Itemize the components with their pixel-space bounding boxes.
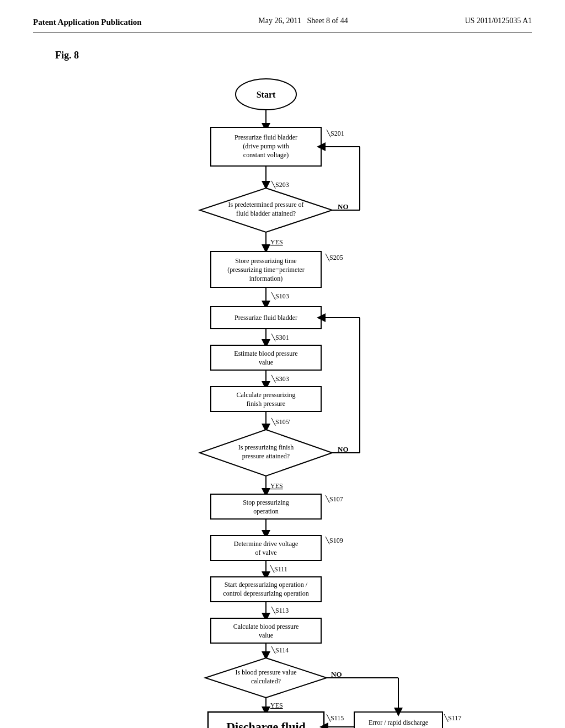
svg-text:operation: operation	[253, 507, 278, 515]
svg-text:YES: YES	[270, 238, 283, 246]
svg-text:╲S109: ╲S109	[325, 536, 343, 544]
svg-text:value: value	[259, 631, 273, 639]
svg-text:Discharge fluid: Discharge fluid	[226, 720, 306, 728]
svg-text:(pressurizing time=perimeter: (pressurizing time=perimeter	[227, 266, 305, 274]
svg-text:Stop pressurizing: Stop pressurizing	[243, 499, 289, 506]
svg-text:Pressurize fluid bladder: Pressurize fluid bladder	[234, 133, 297, 141]
svg-text:NO: NO	[338, 445, 349, 453]
svg-text:constant voltage): constant voltage)	[243, 151, 289, 159]
svg-text:Is blood pressure value: Is blood pressure value	[236, 668, 297, 676]
svg-text:╲S105': ╲S105'	[271, 417, 290, 426]
svg-rect-35	[211, 387, 321, 411]
svg-text:╲S205: ╲S205	[325, 253, 343, 261]
flowchart: Start Pressurize fluid bladder (drive pu…	[95, 72, 470, 681]
svg-text:Calculate pressurizing: Calculate pressurizing	[237, 391, 296, 399]
page: Patent Application Publication May 26, 2…	[0, 0, 565, 728]
svg-rect-49	[211, 494, 321, 519]
svg-text:of valve: of valve	[255, 549, 277, 556]
svg-text:(drive pump with: (drive pump with	[243, 142, 289, 150]
svg-text:Start: Start	[257, 90, 276, 99]
svg-text:Is predetermined pressure of: Is predetermined pressure of	[228, 201, 304, 208]
svg-text:╲S117: ╲S117	[444, 714, 461, 722]
svg-text:╲S115: ╲S115	[326, 714, 344, 722]
svg-text:Error / rapid discharge: Error / rapid discharge	[369, 719, 428, 726]
svg-text:control depressurizing operati: control depressurizing operation	[223, 590, 308, 597]
flowchart-svg: Start Pressurize fluid bladder (drive pu…	[95, 72, 470, 679]
svg-text:NO: NO	[331, 670, 342, 678]
svg-text:Estimate blood pressure: Estimate blood pressure	[234, 350, 297, 357]
svg-text:╲S303: ╲S303	[271, 374, 289, 383]
svg-rect-54	[211, 536, 321, 560]
svg-text:╲S114: ╲S114	[271, 646, 289, 654]
svg-text:NO: NO	[338, 202, 349, 211]
svg-text:╲S203: ╲S203	[271, 180, 289, 189]
publication-date: May 26, 2011 Sheet 8 of 44	[258, 17, 348, 25]
figure-label: Fig. 8	[55, 50, 532, 61]
svg-text:YES: YES	[270, 702, 283, 709]
svg-text:Store pressurizing time: Store pressurizing time	[235, 257, 296, 265]
patent-number: US 2011/0125035 A1	[465, 17, 532, 25]
svg-text:information): information)	[249, 275, 283, 282]
svg-rect-30	[211, 345, 321, 370]
svg-text:╲S103: ╲S103	[271, 292, 289, 300]
svg-text:╲S111: ╲S111	[270, 565, 287, 573]
svg-text:╲S113: ╲S113	[271, 606, 289, 614]
svg-text:Calculate blood pressure: Calculate blood pressure	[233, 623, 299, 630]
svg-text:fluid bladder attained?: fluid bladder attained?	[236, 210, 296, 217]
svg-text:Start depressurizing operation: Start depressurizing operation /	[225, 581, 308, 588]
svg-text:Is pressurizing finish: Is pressurizing finish	[238, 443, 294, 451]
svg-rect-65	[211, 618, 321, 643]
svg-text:╲S107: ╲S107	[325, 495, 343, 503]
svg-text:calculated?: calculated?	[251, 677, 281, 685]
svg-text:Determine drive voltage: Determine drive voltage	[234, 540, 299, 548]
page-header: Patent Application Publication May 26, 2…	[33, 17, 532, 33]
publication-title: Patent Application Publication	[33, 17, 142, 28]
svg-text:Pressurize fluid bladder: Pressurize fluid bladder	[234, 314, 297, 322]
svg-text:pressure attained?: pressure attained?	[242, 452, 290, 460]
svg-text:╲S301: ╲S301	[271, 333, 289, 341]
svg-text:finish pressure: finish pressure	[247, 400, 285, 408]
svg-text:value: value	[259, 358, 273, 366]
svg-text:YES: YES	[270, 482, 283, 490]
svg-text:╲S201: ╲S201	[326, 129, 344, 137]
